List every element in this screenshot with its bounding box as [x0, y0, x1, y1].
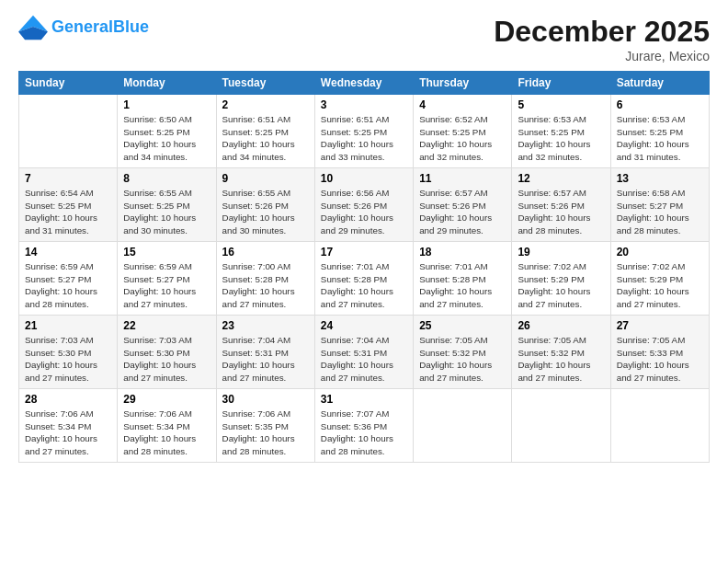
calendar-cell: 14Sunrise: 6:59 AM Sunset: 5:27 PM Dayli…: [19, 242, 118, 316]
calendar-week-5: 28Sunrise: 7:06 AM Sunset: 5:34 PM Dayli…: [19, 389, 710, 463]
day-number: 5: [518, 98, 604, 111]
calendar-cell: 13Sunrise: 6:58 AM Sunset: 5:27 PM Dayli…: [610, 168, 709, 242]
calendar-table: Sunday Monday Tuesday Wednesday Thursday…: [18, 71, 710, 463]
day-number: 12: [518, 172, 604, 185]
calendar-cell: [19, 95, 118, 168]
day-info: Sunrise: 7:04 AM Sunset: 5:31 PM Dayligh…: [321, 334, 407, 385]
day-number: 17: [321, 246, 407, 259]
day-info: Sunrise: 6:55 AM Sunset: 5:25 PM Dayligh…: [123, 187, 210, 237]
calendar-week-4: 21Sunrise: 7:03 AM Sunset: 5:30 PM Dayli…: [19, 316, 710, 389]
calendar-cell: 31Sunrise: 7:07 AM Sunset: 5:36 PM Dayli…: [314, 389, 413, 463]
calendar-cell: 18Sunrise: 7:01 AM Sunset: 5:28 PM Dayli…: [414, 242, 512, 316]
calendar-cell: 23Sunrise: 7:04 AM Sunset: 5:31 PM Dayli…: [216, 316, 314, 389]
col-tuesday: Tuesday: [216, 72, 314, 95]
day-number: 28: [25, 393, 111, 406]
day-number: 8: [123, 172, 210, 185]
day-info: Sunrise: 6:51 AM Sunset: 5:25 PM Dayligh…: [321, 113, 407, 164]
location: Jurare, Mexico: [494, 49, 710, 63]
day-number: 29: [123, 393, 210, 406]
day-number: 16: [222, 246, 309, 259]
day-info: Sunrise: 7:06 AM Sunset: 5:35 PM Dayligh…: [222, 408, 309, 458]
calendar-cell: 2Sunrise: 6:51 AM Sunset: 5:25 PM Daylig…: [216, 95, 314, 168]
day-info: Sunrise: 7:06 AM Sunset: 5:34 PM Dayligh…: [123, 408, 210, 458]
col-monday: Monday: [118, 72, 216, 95]
day-number: 2: [222, 98, 309, 111]
calendar-cell: 3Sunrise: 6:51 AM Sunset: 5:25 PM Daylig…: [314, 95, 413, 168]
day-number: 13: [617, 172, 703, 185]
logo-general: General: [51, 17, 113, 36]
day-info: Sunrise: 7:05 AM Sunset: 5:32 PM Dayligh…: [518, 334, 604, 385]
day-number: 31: [321, 393, 407, 406]
day-info: Sunrise: 7:00 AM Sunset: 5:28 PM Dayligh…: [222, 260, 309, 311]
day-info: Sunrise: 7:01 AM Sunset: 5:28 PM Dayligh…: [419, 260, 506, 311]
logo-text: GeneralBlue: [51, 18, 149, 37]
day-number: 11: [419, 172, 506, 185]
calendar-cell: [414, 389, 512, 463]
day-number: 1: [123, 98, 210, 111]
day-info: Sunrise: 7:05 AM Sunset: 5:33 PM Dayligh…: [617, 334, 703, 385]
calendar-cell: 4Sunrise: 6:52 AM Sunset: 5:25 PM Daylig…: [414, 95, 512, 168]
day-info: Sunrise: 6:55 AM Sunset: 5:26 PM Dayligh…: [222, 187, 309, 237]
day-info: Sunrise: 6:52 AM Sunset: 5:25 PM Dayligh…: [419, 113, 506, 164]
logo: GeneralBlue: [18, 15, 149, 40]
calendar-cell: 1Sunrise: 6:50 AM Sunset: 5:25 PM Daylig…: [118, 95, 216, 168]
calendar-cell: 28Sunrise: 7:06 AM Sunset: 5:34 PM Dayli…: [19, 389, 118, 463]
day-number: 19: [518, 246, 604, 259]
day-info: Sunrise: 6:54 AM Sunset: 5:25 PM Dayligh…: [25, 187, 111, 237]
day-info: Sunrise: 7:06 AM Sunset: 5:34 PM Dayligh…: [25, 408, 111, 458]
calendar-cell: 26Sunrise: 7:05 AM Sunset: 5:32 PM Dayli…: [512, 316, 610, 389]
day-info: Sunrise: 6:53 AM Sunset: 5:25 PM Dayligh…: [617, 113, 703, 164]
day-number: 3: [321, 98, 407, 111]
calendar-cell: 27Sunrise: 7:05 AM Sunset: 5:33 PM Dayli…: [610, 316, 709, 389]
title-section: December 2025 Jurare, Mexico: [494, 15, 710, 63]
calendar-cell: [512, 389, 610, 463]
day-info: Sunrise: 7:02 AM Sunset: 5:29 PM Dayligh…: [617, 260, 703, 311]
month-title: December 2025: [494, 15, 710, 49]
day-number: 6: [617, 98, 703, 111]
calendar-cell: 6Sunrise: 6:53 AM Sunset: 5:25 PM Daylig…: [610, 95, 709, 168]
col-friday: Friday: [512, 72, 610, 95]
col-sunday: Sunday: [19, 72, 118, 95]
calendar-cell: 8Sunrise: 6:55 AM Sunset: 5:25 PM Daylig…: [118, 168, 216, 242]
day-info: Sunrise: 6:50 AM Sunset: 5:25 PM Dayligh…: [123, 113, 210, 164]
calendar-cell: 24Sunrise: 7:04 AM Sunset: 5:31 PM Dayli…: [314, 316, 413, 389]
calendar-cell: 30Sunrise: 7:06 AM Sunset: 5:35 PM Dayli…: [216, 389, 314, 463]
day-info: Sunrise: 6:57 AM Sunset: 5:26 PM Dayligh…: [518, 187, 604, 237]
calendar-cell: 10Sunrise: 6:56 AM Sunset: 5:26 PM Dayli…: [314, 168, 413, 242]
header: GeneralBlue December 2025 Jurare, Mexico: [18, 15, 710, 63]
day-number: 20: [617, 246, 703, 259]
day-info: Sunrise: 6:58 AM Sunset: 5:27 PM Dayligh…: [617, 187, 703, 237]
day-info: Sunrise: 6:53 AM Sunset: 5:25 PM Dayligh…: [518, 113, 604, 164]
col-wednesday: Wednesday: [314, 72, 413, 95]
calendar-cell: 9Sunrise: 6:55 AM Sunset: 5:26 PM Daylig…: [216, 168, 314, 242]
day-number: 25: [419, 319, 506, 332]
day-info: Sunrise: 6:57 AM Sunset: 5:26 PM Dayligh…: [419, 187, 506, 237]
calendar-cell: [610, 389, 709, 463]
calendar-week-2: 7Sunrise: 6:54 AM Sunset: 5:25 PM Daylig…: [19, 168, 710, 242]
day-info: Sunrise: 7:07 AM Sunset: 5:36 PM Dayligh…: [321, 408, 407, 458]
day-info: Sunrise: 6:59 AM Sunset: 5:27 PM Dayligh…: [123, 260, 210, 311]
logo-blue: Blue: [113, 17, 149, 36]
calendar-cell: 19Sunrise: 7:02 AM Sunset: 5:29 PM Dayli…: [512, 242, 610, 316]
col-saturday: Saturday: [610, 72, 709, 95]
calendar-cell: 15Sunrise: 6:59 AM Sunset: 5:27 PM Dayli…: [118, 242, 216, 316]
calendar-week-3: 14Sunrise: 6:59 AM Sunset: 5:27 PM Dayli…: [19, 242, 710, 316]
day-info: Sunrise: 7:04 AM Sunset: 5:31 PM Dayligh…: [222, 334, 309, 385]
logo-icon: [18, 15, 48, 40]
day-number: 27: [617, 319, 703, 332]
day-number: 7: [25, 172, 111, 185]
calendar-cell: 25Sunrise: 7:05 AM Sunset: 5:32 PM Dayli…: [414, 316, 512, 389]
day-number: 24: [321, 319, 407, 332]
calendar-cell: 21Sunrise: 7:03 AM Sunset: 5:30 PM Dayli…: [19, 316, 118, 389]
day-number: 15: [123, 246, 210, 259]
header-row: Sunday Monday Tuesday Wednesday Thursday…: [19, 72, 710, 95]
day-info: Sunrise: 7:02 AM Sunset: 5:29 PM Dayligh…: [518, 260, 604, 311]
day-number: 26: [518, 319, 604, 332]
day-info: Sunrise: 6:59 AM Sunset: 5:27 PM Dayligh…: [25, 260, 111, 311]
col-thursday: Thursday: [414, 72, 512, 95]
day-info: Sunrise: 6:56 AM Sunset: 5:26 PM Dayligh…: [321, 187, 407, 237]
day-number: 18: [419, 246, 506, 259]
calendar-cell: 11Sunrise: 6:57 AM Sunset: 5:26 PM Dayli…: [414, 168, 512, 242]
calendar-cell: 5Sunrise: 6:53 AM Sunset: 5:25 PM Daylig…: [512, 95, 610, 168]
day-info: Sunrise: 7:03 AM Sunset: 5:30 PM Dayligh…: [25, 334, 111, 385]
